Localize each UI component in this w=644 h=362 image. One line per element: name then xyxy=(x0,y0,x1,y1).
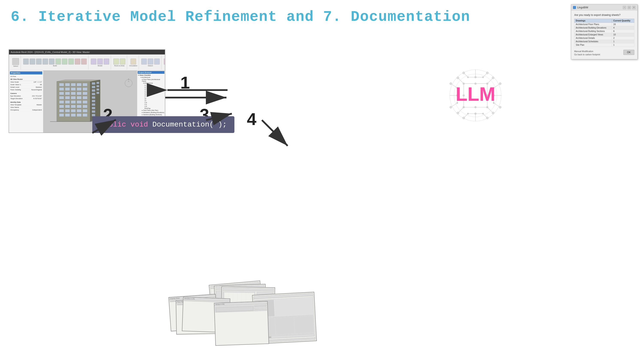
svg-rect-32 xyxy=(83,105,87,108)
dialog-body: Are you ready to export drawing sheets? … xyxy=(571,10,637,59)
ribbon-roof-btn[interactable] xyxy=(62,58,68,64)
svg-rect-9 xyxy=(65,87,70,90)
tree-sections[interactable]: ▸ Sections (Building Sections) xyxy=(138,114,164,116)
dialog-titlebar: LingoBIM − □ × xyxy=(571,4,637,10)
tree-arch[interactable]: ▾ Architectural xyxy=(138,82,164,84)
ribbon-build-label: Build xyxy=(53,65,57,67)
ribbon-datum-label: Datum xyxy=(148,65,153,67)
svg-rect-52 xyxy=(92,100,95,102)
tree-l2[interactable]: L2 xyxy=(138,86,164,88)
dialog-close-btn[interactable]: × xyxy=(632,6,636,9)
dialog-footer-text: Manual Modification Go back to carbon fo… xyxy=(574,50,600,56)
revit-titlebar: Autodesk Revit 2024 - [2024-01_EVAL_Cent… xyxy=(9,50,165,54)
svg-rect-40 xyxy=(71,114,76,117)
svg-rect-19 xyxy=(65,96,70,99)
props-target-val: N 5273/16" xyxy=(33,98,42,99)
table-cell-qty: 16 xyxy=(612,23,634,26)
ribbon-group-room: Room & Area xyxy=(112,55,127,69)
svg-point-110 xyxy=(457,77,459,79)
props-occ-val: Independent xyxy=(32,109,42,111)
ribbon-group-model: Model xyxy=(89,55,111,69)
ribbon-window-btn[interactable] xyxy=(36,58,42,64)
ribbon-datum-btn3[interactable] xyxy=(154,58,160,64)
tree-l11[interactable]: L11 xyxy=(138,104,164,105)
tree-l4[interactable]: L4 xyxy=(138,90,164,92)
tree-l10[interactable]: L10 xyxy=(138,102,164,104)
ribbon-datum-btn2[interactable] xyxy=(148,58,153,64)
footer-manual: Manual Modification xyxy=(574,50,600,53)
ribbon-comp-btn[interactable] xyxy=(42,58,48,64)
props-eye-val: 231' 5'11/16" xyxy=(32,95,42,97)
tree-roof[interactable]: Roof/Top xyxy=(138,107,164,109)
svg-rect-25 xyxy=(71,101,76,104)
ribbon-floor-btn[interactable] xyxy=(56,58,61,64)
svg-rect-12 xyxy=(83,87,87,90)
page-title: 6. Iterative Model Refinement and 7. Doc… xyxy=(11,8,470,25)
ribbon-area-btn[interactable] xyxy=(120,58,125,64)
ribbon-model-btn3[interactable] xyxy=(104,58,109,64)
table-cell-qty: 6 xyxy=(612,29,634,33)
props-label: 23 Fine xyxy=(10,75,16,77)
props-scale-val: Scale Value 1: 96 xyxy=(10,83,42,86)
dialog-ok-button[interactable]: OK xyxy=(624,50,634,55)
dialog-controls: − □ × xyxy=(623,6,636,9)
ribbon-ceiling-btn[interactable] xyxy=(68,58,74,64)
svg-rect-8 xyxy=(59,87,64,90)
tree-checklist[interactable]: ▾ Views Checklist xyxy=(138,74,164,76)
ribbon-column-btn[interactable] xyxy=(49,58,54,64)
dialog-icon xyxy=(573,6,576,9)
props-eye-elev: Eye Elevation 231' 5'11/16" xyxy=(10,95,42,97)
step-1-label: 1 xyxy=(180,73,190,93)
svg-point-85 xyxy=(499,106,501,108)
svg-rect-46 xyxy=(96,85,99,87)
tree-l7[interactable]: L7 xyxy=(138,96,164,98)
dialog-minimize-btn[interactable]: − xyxy=(623,6,626,9)
ribbon-datum-btn1[interactable] xyxy=(141,58,147,64)
svg-rect-50 xyxy=(96,92,99,94)
tree-l5[interactable]: L5 xyxy=(138,92,164,94)
ribbon-model-label: Model xyxy=(98,65,102,67)
ribbon-railing-btn[interactable] xyxy=(81,58,87,64)
tree-l6[interactable]: L6 xyxy=(138,94,164,96)
tree-l3[interactable]: L3 xyxy=(138,88,164,90)
tree-l12[interactable]: L12 xyxy=(138,105,164,107)
props-visibility: Parts Visibility None/Original xyxy=(10,89,42,91)
tree-l1[interactable]: L1 xyxy=(138,84,164,86)
table-cell-drawing: Architectural Floor Plans xyxy=(574,23,612,26)
revit-ribbon: Select Build Model xyxy=(9,54,165,70)
ribbon-series-btn1[interactable] xyxy=(164,58,165,64)
svg-rect-22 xyxy=(83,96,87,99)
tree-site-plans[interactable]: ▸ Floor Plans (Site Plan) xyxy=(138,109,164,111)
ribbon-model-btn1[interactable] xyxy=(91,58,96,64)
browser-title: Project Browser xyxy=(138,71,164,74)
ribbon-stair-btn[interactable] xyxy=(75,58,80,64)
tree-elevations[interactable]: ▸ Elevations (Building Elevations) xyxy=(138,111,164,114)
table-row: Architectural Floor Plans16 xyxy=(574,23,634,26)
ribbon-room-btn[interactable] xyxy=(113,58,119,64)
svg-rect-54 xyxy=(92,107,95,109)
svg-rect-33 xyxy=(59,109,64,112)
ribbon-model-btn2[interactable] xyxy=(97,58,103,64)
props-template-val: Master xyxy=(37,104,42,106)
svg-rect-34 xyxy=(65,109,70,112)
svg-point-104 xyxy=(450,82,452,85)
props-vname-label: View Name xyxy=(10,106,19,108)
tree-architectural[interactable]: ▾ Architectural xyxy=(138,76,164,78)
footer-carbon: Go back to carbon footprint xyxy=(574,53,600,56)
svg-marker-60 xyxy=(128,84,129,86)
ribbon-wall-btn[interactable] xyxy=(23,58,29,64)
tree-l9[interactable]: L9 xyxy=(138,100,164,102)
ribbon-circ-btn[interactable] xyxy=(130,58,136,64)
props-view-template: View Template Master xyxy=(10,104,42,106)
props-vis-val: None/Original xyxy=(31,89,42,91)
dialog-maximize-btn[interactable]: □ xyxy=(628,6,631,9)
ribbon-door-btn[interactable] xyxy=(30,58,35,64)
tree-floor-plans[interactable]: ▾ Floor Plans (Architectural Plans) xyxy=(138,78,164,82)
table-header-qty: Current Quantity xyxy=(612,19,634,23)
props-view-name: View Name xyxy=(10,106,42,109)
dialog-table: Drawings Current Quantity Architectural … xyxy=(574,19,634,47)
svg-rect-43 xyxy=(92,82,95,85)
tree-l8[interactable]: L8 xyxy=(138,98,164,100)
ribbon-select-btn[interactable] xyxy=(12,58,19,65)
props-type-row: 23 Fine xyxy=(10,75,42,78)
